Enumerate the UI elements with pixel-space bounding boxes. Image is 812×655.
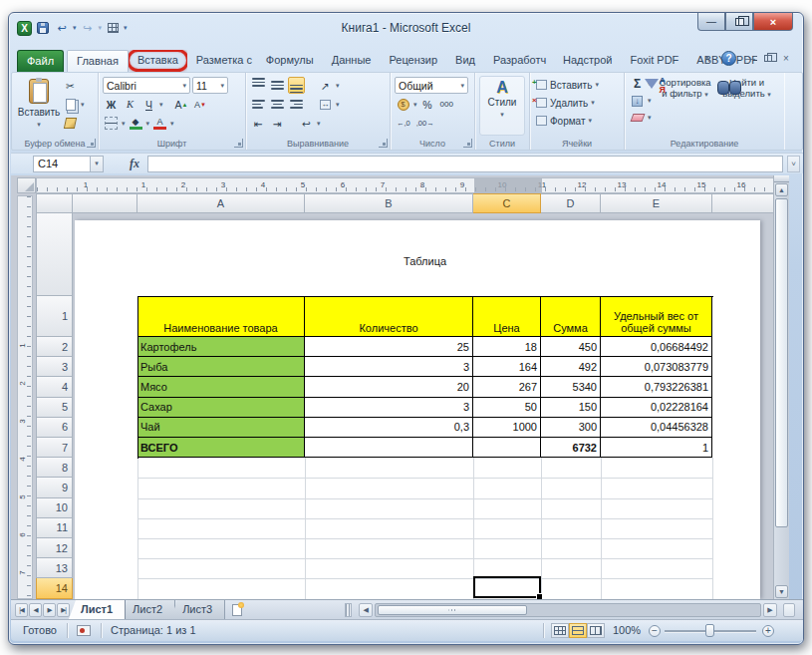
autosum-button[interactable]: Σ xyxy=(629,76,646,93)
table-cell[interactable]: Сахар xyxy=(137,398,305,418)
normal-view-button[interactable] xyxy=(551,623,569,638)
wrap-text-button[interactable]: ↩ xyxy=(298,115,315,132)
page-layout-view-button[interactable] xyxy=(569,623,587,638)
workbook-close-icon[interactable]: × xyxy=(779,53,793,64)
table-cell[interactable]: 0,793226381 xyxy=(601,377,712,397)
shrink-font-button[interactable]: А▼ xyxy=(192,96,209,113)
comma-style-button[interactable]: 000 xyxy=(438,96,455,113)
find-select-button[interactable]: Найти ивыделить ▾ xyxy=(717,76,777,136)
row-header-11[interactable]: 11 xyxy=(36,518,73,538)
tab-split-handle[interactable] xyxy=(345,603,352,617)
row-header-9[interactable]: 9 xyxy=(36,478,73,497)
ribbon-tab-Данные[interactable]: Данные xyxy=(323,50,381,72)
name-box[interactable]: C14 xyxy=(33,156,91,172)
table-cell[interactable]: 0,073083779 xyxy=(601,357,712,377)
table-cell[interactable]: 1000 xyxy=(473,418,541,438)
table-cell[interactable]: 25 xyxy=(305,337,473,357)
insert-worksheet-button[interactable] xyxy=(225,600,249,619)
table-cell[interactable]: Чай xyxy=(137,418,305,438)
align-left-button[interactable] xyxy=(250,96,267,113)
copy-button[interactable] xyxy=(62,96,79,113)
borders-button[interactable] xyxy=(103,115,120,132)
accounting-dropdown[interactable]: ▾ xyxy=(413,101,417,109)
table-cell[interactable]: 6732 xyxy=(541,438,601,458)
insert-cells-button[interactable]: Вставить▾ xyxy=(534,76,621,94)
clipboard-dialog-launcher[interactable] xyxy=(87,139,96,148)
styles-button[interactable]: А Стили▾ xyxy=(479,76,525,136)
select-all-corner[interactable] xyxy=(17,177,36,193)
grow-font-button[interactable]: А▲ xyxy=(173,96,190,113)
align-right-button[interactable] xyxy=(288,96,305,113)
borders-dropdown[interactable]: ▾ xyxy=(122,120,126,128)
merge-dropdown[interactable]: ▾ xyxy=(336,101,340,109)
table-cell[interactable]: 50 xyxy=(473,398,541,418)
clear-button[interactable] xyxy=(629,110,646,127)
scroll-left-button[interactable]: ◀ xyxy=(359,603,373,617)
row-header-2[interactable]: 2 xyxy=(36,337,73,357)
scroll-up-button[interactable]: ▲ xyxy=(775,183,788,196)
orientation-button[interactable]: ↗ xyxy=(317,77,334,94)
next-sheet-button[interactable]: ▶ xyxy=(43,603,56,617)
underline-dropdown[interactable]: ▾ xyxy=(159,101,163,109)
last-sheet-button[interactable]: ▶| xyxy=(57,603,70,617)
row-header-3[interactable]: 3 xyxy=(36,357,73,377)
zoom-level[interactable]: 100% xyxy=(613,624,641,636)
vertical-scroll-thumb[interactable] xyxy=(775,198,788,527)
fill-dropdown[interactable]: ▾ xyxy=(648,97,652,105)
font-dialog-launcher[interactable] xyxy=(234,139,243,148)
sheet-tab-Лист2[interactable]: Лист2 xyxy=(121,600,175,619)
ribbon-tab-Надстрой[interactable]: Надстрой xyxy=(554,50,621,72)
vertical-scrollbar[interactable]: ▲ ▼ xyxy=(773,175,789,599)
vertical-ruler[interactable]: 1234567 xyxy=(17,195,33,599)
zoom-slider-thumb[interactable] xyxy=(705,624,714,637)
insert-function-button[interactable]: fx xyxy=(130,157,139,171)
merge-center-button[interactable]: ↔ xyxy=(317,96,334,113)
sheet-tab-Лист1[interactable]: Лист1 xyxy=(69,600,126,619)
selected-cell-C14[interactable] xyxy=(473,576,541,598)
table-cell[interactable]: 450 xyxy=(541,337,601,357)
table-cell[interactable]: 0,06684492 xyxy=(601,337,712,357)
fill-color-dropdown[interactable]: ▾ xyxy=(146,120,150,128)
help-icon[interactable]: ? xyxy=(721,51,736,66)
sort-filter-button[interactable]: АЯ Сортировкаи фильтр ▾ xyxy=(654,76,717,136)
delete-cells-button[interactable]: Удалить▾ xyxy=(534,94,621,112)
row-header-1[interactable]: 1 xyxy=(36,296,73,337)
table-cell[interactable] xyxy=(473,438,541,458)
fill-color-button[interactable]: ◆ xyxy=(128,115,144,132)
table-title-cell[interactable]: Таблица xyxy=(137,255,712,267)
italic-button[interactable]: К xyxy=(122,96,138,113)
table-header-cell[interactable]: Цена xyxy=(473,296,541,337)
increase-indent-button[interactable]: ⇥ xyxy=(269,115,286,132)
font-color-dropdown[interactable]: ▾ xyxy=(170,120,174,128)
bold-button[interactable]: Ж xyxy=(103,96,120,113)
ribbon-tab-Формулы[interactable]: Формулы xyxy=(257,50,323,72)
table-cell[interactable]: 492 xyxy=(541,357,601,377)
table-cell[interactable]: 164 xyxy=(473,357,541,377)
table-header-cell[interactable]: Сумма xyxy=(541,296,601,337)
row-header-14[interactable]: 14 xyxy=(36,578,73,598)
table-header-cell[interactable]: Наименование товара xyxy=(137,296,305,337)
alignment-dialog-launcher[interactable] xyxy=(379,139,388,148)
align-middle-button[interactable] xyxy=(269,77,286,94)
row-header-6[interactable]: 6 xyxy=(36,418,73,438)
collapse-ribbon-icon[interactable]: ∧ xyxy=(700,53,714,64)
table-cell[interactable]: 150 xyxy=(541,398,601,418)
first-sheet-button[interactable]: |◀ xyxy=(15,603,28,617)
font-name-combo[interactable]: Calibri▾ xyxy=(103,77,190,94)
table-cell[interactable]: 1 xyxy=(601,438,712,458)
percent-style-button[interactable]: % xyxy=(419,96,436,113)
table-cell[interactable]: 5340 xyxy=(541,377,601,397)
row-header-12[interactable]: 12 xyxy=(36,538,73,558)
horizontal-split-box[interactable] xyxy=(783,603,795,617)
column-header-E[interactable]: E xyxy=(601,193,712,213)
zoom-out-button[interactable]: − xyxy=(649,625,661,637)
formula-input[interactable] xyxy=(147,156,783,172)
number-dialog-launcher[interactable] xyxy=(463,139,472,148)
increase-decimal-button[interactable]: ←,0 xyxy=(395,115,412,132)
scroll-right-button[interactable]: ▶ xyxy=(763,603,777,617)
table-cell[interactable]: 0,04456328 xyxy=(601,418,712,438)
ribbon-tab-Файл[interactable]: Файл xyxy=(17,50,64,72)
name-box-dropdown[interactable]: ▾ xyxy=(91,156,104,172)
expand-formula-bar-button[interactable]: ˅ xyxy=(787,156,800,172)
table-cell[interactable]: 0,02228164 xyxy=(601,398,712,418)
